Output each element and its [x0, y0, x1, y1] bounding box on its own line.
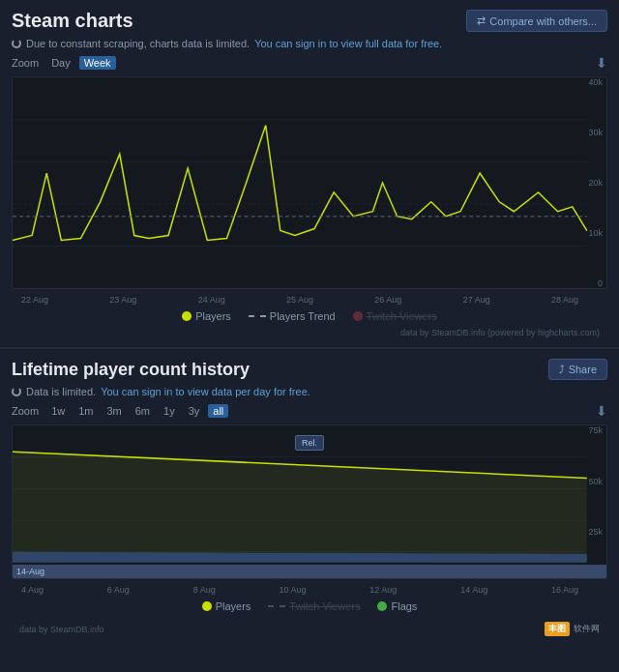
x-label-23aug: 23 Aug [109, 295, 136, 305]
sign-in-link2[interactable]: You can sign in to view data per day for… [101, 386, 310, 397]
x2-label-4aug: 4 Aug [21, 585, 44, 595]
share-btn-label: Share [569, 364, 597, 375]
zoom-label: Zoom [12, 57, 39, 69]
x2-label-12aug: 12 Aug [369, 585, 397, 595]
x-label-27aug: 27 Aug [463, 295, 490, 305]
flags-dot [377, 601, 387, 611]
lifetime-section: Lifetime player count history ⤴ Share Da… [0, 347, 619, 650]
zoom-all-btn[interactable]: all [208, 404, 228, 418]
trend-dash [249, 315, 266, 317]
legend-trend-label: Players Trend [270, 310, 336, 322]
x2-label-10aug: 10 Aug [279, 585, 306, 595]
legend2-players-label: Players [216, 600, 251, 612]
x2-label-6aug: 6 Aug [107, 585, 130, 595]
chart1-container: 40k 30k 20k 10k 0 [12, 76, 607, 289]
logo-area: 丰图 软件网 [545, 622, 600, 636]
legend-players: Players [182, 310, 231, 322]
legend-row2: Players Twitch Viewers Flags [12, 597, 607, 618]
notice-row: Due to constant scraping, charts data is… [12, 38, 607, 49]
logo-box: 丰图 [545, 622, 570, 636]
compare-icon: ⇄ [477, 15, 486, 27]
zoom-1m-btn[interactable]: 1m [74, 404, 98, 418]
chart2-container: Rel. 75k 50k 25k 14-Aug [12, 424, 607, 579]
footer-row: data by SteamDB.info 丰图 软件网 [12, 618, 607, 644]
zoom-row2: Zoom 1w 1m 3m 6m 1y 3y all ⬇ [12, 403, 607, 419]
x2-label-8aug: 8 Aug [193, 585, 216, 595]
notice-text2: Data is limited. [26, 386, 96, 397]
download-icon2[interactable]: ⬇ [596, 403, 607, 419]
tooltip-marker: Rel. [295, 435, 324, 451]
legend2-twitch: Twitch Viewers [268, 600, 360, 612]
compare-button[interactable]: ⇄ Compare with others... [466, 10, 607, 32]
legend-row1: Players Players Trend Twitch Viewers [12, 307, 607, 328]
legend2-twitch-label: Twitch Viewers [289, 600, 360, 612]
sign-in-link[interactable]: You can sign in to view full data for fr… [254, 38, 442, 49]
legend2-flags-label: Flags [391, 600, 417, 612]
players-dot [182, 311, 192, 321]
legend-twitch-label: Twitch Viewers [367, 310, 437, 322]
players-dot2 [202, 601, 212, 611]
spinner-icon2 [12, 387, 21, 396]
chart1-svg [13, 77, 606, 288]
spinner-icon [12, 39, 21, 48]
x-label-22aug: 22 Aug [21, 295, 48, 305]
zoom-3m-btn[interactable]: 3m [102, 404, 126, 418]
share-button[interactable]: ⤴ Share [548, 359, 607, 380]
legend2-players: Players [202, 600, 251, 612]
zoom-1y-btn[interactable]: 1y [159, 404, 180, 418]
section1-title: Steam charts [12, 10, 133, 32]
svg-marker-8 [13, 452, 587, 562]
zoom-1w-btn[interactable]: 1w [46, 404, 70, 418]
data-by-1: data by SteamDB.info (powered by highcha… [12, 328, 607, 337]
zoom-day-btn[interactable]: Day [46, 56, 75, 70]
x-label-26aug: 26 Aug [374, 295, 401, 305]
x-label-28aug: 28 Aug [551, 295, 578, 305]
x-axis-row1: 22 Aug 23 Aug 24 Aug 25 Aug 26 Aug 27 Au… [12, 293, 607, 307]
zoom-label2: Zoom [12, 405, 39, 417]
zoom-6m-btn[interactable]: 6m [131, 404, 155, 418]
x-axis-row2: 4 Aug 6 Aug 8 Aug 10 Aug 12 Aug 14 Aug 1… [12, 583, 607, 597]
zoom-3y-btn[interactable]: 3y [184, 404, 205, 418]
twitch-dot [353, 311, 363, 321]
x2-label-16aug: 16 Aug [551, 585, 578, 595]
bottom-bar: 14-Aug [13, 565, 606, 578]
legend2-flags: Flags [377, 600, 417, 612]
steam-charts-section: Steam charts ⇄ Compare with others... Du… [0, 0, 619, 347]
zoom-week-btn[interactable]: Week [79, 56, 116, 70]
x2-label-14aug: 14 Aug [460, 585, 487, 595]
section-data-by2: data by SteamDB.info [19, 625, 104, 634]
tooltip-label: Rel. [302, 438, 317, 448]
download-icon[interactable]: ⬇ [596, 55, 607, 71]
section2-title: Lifetime player count history [12, 360, 250, 380]
logo-text: 软件网 [574, 623, 600, 635]
notice-text: Due to constant scraping, charts data is… [26, 38, 250, 49]
notice-row2: Data is limited. You can sign in to view… [12, 386, 607, 397]
twitch-dash2 [268, 605, 285, 607]
section2-header: Lifetime player count history ⤴ Share [12, 359, 607, 380]
share-icon: ⤴ [559, 364, 565, 375]
legend-trend: Players Trend [249, 310, 336, 322]
bottom-bar-label: 14-Aug [16, 567, 44, 576]
legend-twitch: Twitch Viewers [353, 310, 437, 322]
x-label-24aug: 24 Aug [198, 295, 225, 305]
legend-players-label: Players [195, 310, 231, 322]
x-label-25aug: 25 Aug [286, 295, 313, 305]
zoom-row: Zoom Day Week ⬇ [12, 55, 607, 71]
compare-btn-label: Compare with others... [489, 15, 597, 27]
section1-header: Steam charts ⇄ Compare with others... [12, 10, 607, 32]
